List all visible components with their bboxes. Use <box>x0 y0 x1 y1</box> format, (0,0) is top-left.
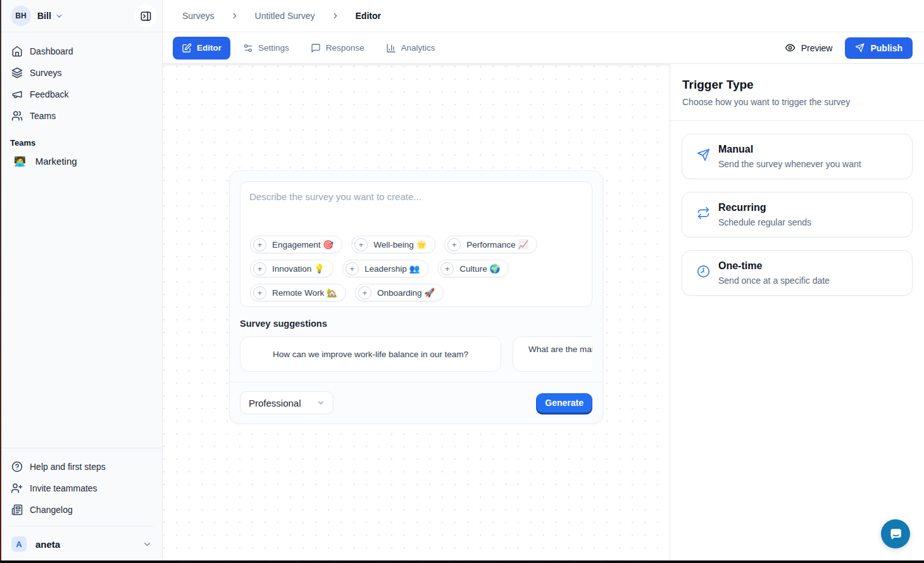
users-icon <box>11 110 23 122</box>
workspace-header: BH Bill <box>0 0 162 32</box>
survey-suggestions-label: Survey suggestions <box>240 319 592 329</box>
panel-subtitle: Choose how you want to trigger the surve… <box>682 97 911 107</box>
screen-edge-left <box>0 0 1 563</box>
divider <box>9 526 153 526</box>
sidebar-item-changelog[interactable]: Changelog <box>5 499 157 521</box>
topic-chip-performance[interactable]: + Performance 📈 <box>444 236 537 253</box>
ai-survey-generator-card: + Engagement 🎯 + Well-being 🌟 + Performa… <box>229 170 603 424</box>
suggestion-text: What are the main obstacles you face in … <box>528 345 592 364</box>
teams-section: Teams 🧑‍💻 Marketing <box>0 129 162 167</box>
sidebar-item-surveys[interactable]: Surveys <box>5 62 157 84</box>
survey-suggestions-row: How can we improve work-life balance in … <box>240 336 592 372</box>
generator-footer: Professional Generate <box>230 382 602 423</box>
repeat-icon <box>697 206 710 227</box>
sidebar-item-label: Feedback <box>30 89 68 99</box>
topic-chip-onboarding[interactable]: + Onboarding 🚀 <box>355 284 444 301</box>
breadcrumb-untitled-survey[interactable]: Untitled Survey <box>255 11 315 21</box>
account-avatar: A <box>11 536 27 552</box>
chip-label: Performance 📈 <box>466 239 528 250</box>
tab-editor[interactable]: Editor <box>173 37 230 60</box>
trigger-option-text: One-time Send once at a specific date <box>718 260 830 286</box>
survey-suggestions-section: Survey suggestions How can we improve wo… <box>230 307 602 372</box>
topic-chip-leadership[interactable]: + Leadership 👥 <box>342 260 428 277</box>
generate-button[interactable]: Generate <box>536 393 592 413</box>
sidebar-item-help[interactable]: Help and first steps <box>5 456 157 478</box>
plus-icon: + <box>440 262 454 275</box>
topic-chips: + Engagement 🎯 + Well-being 🌟 + Performa… <box>250 236 585 301</box>
publish-button[interactable]: Publish <box>845 37 913 59</box>
chip-label: Culture 🌍 <box>459 263 500 274</box>
sidebar-item-label: Dashboard <box>30 46 73 56</box>
megaphone-icon <box>11 89 23 100</box>
sidebar: BH Bill Dashboard Surv <box>0 0 163 563</box>
trigger-option-title: Recurring <box>718 202 811 213</box>
editor-toolbar: Editor Settings Response <box>163 32 924 64</box>
trigger-panel-header: Trigger Type Choose how you want to trig… <box>670 64 924 121</box>
topic-chip-engagement[interactable]: + Engagement 🎯 <box>250 236 342 253</box>
trigger-option-description: Send once at a specific date <box>718 275 830 286</box>
sidebar-item-invite-teammates[interactable]: Invite teammates <box>5 478 157 499</box>
tone-select[interactable]: Professional <box>240 391 334 414</box>
plus-icon: + <box>447 238 461 251</box>
tab-analytics[interactable]: Analytics <box>377 37 444 60</box>
sidebar-item-label: Changelog <box>30 505 73 515</box>
workspace-avatar[interactable]: BH <box>11 6 31 26</box>
chat-launcher-button[interactable] <box>881 519 910 548</box>
trigger-option-title: One-time <box>718 260 830 272</box>
tab-label: Settings <box>258 43 289 53</box>
plus-icon: + <box>253 238 266 251</box>
trigger-option-one-time[interactable]: One-time Send once at a specific date <box>682 250 913 296</box>
clock-icon <box>697 265 710 286</box>
home-icon <box>11 46 23 57</box>
survey-canvas[interactable]: + Engagement 🎯 + Well-being 🌟 + Performa… <box>163 64 670 563</box>
trigger-option-description: Schedule regular sends <box>718 217 811 227</box>
suggestion-card[interactable]: How can we improve work-life balance in … <box>240 336 501 372</box>
panel-title: Trigger Type <box>682 78 911 92</box>
publish-label: Publish <box>870 43 902 53</box>
help-circle-icon <box>11 461 23 472</box>
plus-icon: + <box>253 262 266 275</box>
chevron-down-icon <box>142 540 152 549</box>
suggestion-card[interactable]: What are the main obstacles you face in … <box>513 336 592 372</box>
app-window: BH Bill Dashboard Surv <box>0 0 924 563</box>
chevron-down-icon <box>55 12 63 20</box>
tab-label: Editor <box>197 43 222 53</box>
chip-label: Leadership 👥 <box>365 263 420 274</box>
plus-icon: + <box>346 262 359 275</box>
topic-chip-remote-work[interactable]: + Remote Work 🏡 <box>250 284 346 301</box>
edit-pencil-icon <box>182 43 192 53</box>
plus-icon: + <box>253 286 266 300</box>
account-menu[interactable]: A aneta <box>5 531 157 557</box>
team-name: Marketing <box>35 156 77 167</box>
trigger-option-description: Send the survey whenever you want <box>718 159 861 169</box>
trigger-option-manual[interactable]: Manual Send the survey whenever you want <box>682 134 913 179</box>
sidebar-item-marketing-team[interactable]: 🧑‍💻 Marketing <box>10 148 152 167</box>
tab-response[interactable]: Response <box>302 37 373 60</box>
tab-settings[interactable]: Settings <box>234 37 298 60</box>
trigger-option-recurring[interactable]: Recurring Schedule regular sends <box>682 192 913 237</box>
technologist-emoji-icon: 🧑‍💻 <box>14 156 26 166</box>
preview-button[interactable]: Preview <box>785 42 833 53</box>
trigger-type-panel: Trigger Type Choose how you want to trig… <box>670 64 924 563</box>
topic-chip-culture[interactable]: + Culture 🌍 <box>437 260 509 277</box>
breadcrumb-surveys[interactable]: Surveys <box>182 11 215 21</box>
message-square-icon <box>311 43 321 53</box>
sidebar-collapse-button[interactable] <box>134 4 157 27</box>
chip-label: Onboarding 🚀 <box>377 288 435 298</box>
trigger-option-text: Manual Send the survey whenever you want <box>718 144 861 169</box>
eye-icon <box>785 42 796 53</box>
topic-chip-well-being[interactable]: + Well-being 🌟 <box>351 236 435 253</box>
content-area: + Engagement 🎯 + Well-being 🌟 + Performa… <box>163 64 924 563</box>
survey-description-input[interactable] <box>240 182 592 224</box>
sidebar-item-teams[interactable]: Teams <box>5 105 157 127</box>
sidebar-item-label: Surveys <box>30 68 62 78</box>
topic-chip-innovation[interactable]: + Innovation 💡 <box>250 260 334 277</box>
sidebar-footer: Help and first steps Invite teammates Ch… <box>0 448 162 563</box>
sidebar-item-feedback[interactable]: Feedback <box>5 84 157 105</box>
workspace-name[interactable]: Bill <box>37 11 51 21</box>
sidebar-item-dashboard[interactable]: Dashboard <box>5 41 157 62</box>
bar-chart-icon <box>386 43 396 53</box>
sliders-icon <box>243 43 253 53</box>
tone-selected-value: Professional <box>249 398 301 408</box>
account-name: aneta <box>35 539 60 550</box>
